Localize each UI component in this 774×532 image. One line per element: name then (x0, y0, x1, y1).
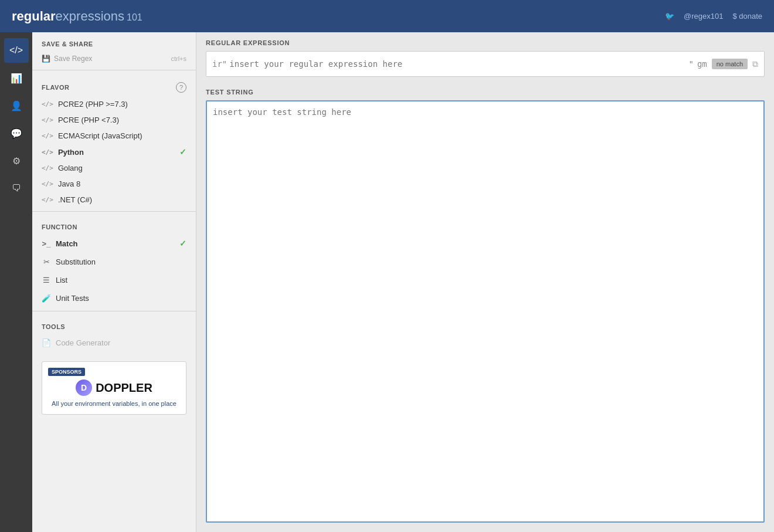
flavor-code-icon-3: </> (42, 132, 53, 140)
sponsors-badge: SPONSORS (48, 368, 85, 376)
sidebar-icon-user[interactable]: 👤 (4, 93, 29, 118)
list-icon: ☰ (42, 276, 51, 284)
python-check-icon: ✓ (179, 147, 186, 157)
flavor-label-golang: Golang (58, 164, 83, 172)
brand-regular: regular (12, 9, 56, 24)
regex-prefix: ir" (212, 59, 227, 69)
save-shortcut: ctrl+s (171, 55, 186, 62)
function-label-match: Match (56, 239, 78, 248)
flavor-label-ecma: ECMAScript (JavaScript) (58, 131, 142, 140)
regex-input[interactable] (229, 59, 688, 69)
doppler-d-icon: D (76, 379, 92, 396)
flavor-item-dotnet[interactable]: </> .NET (C#) (32, 192, 196, 208)
doppler-name: DOPPLER (96, 381, 152, 395)
brand: regular expressions101 (12, 9, 142, 24)
flavor-title: FLAVOR (42, 84, 69, 91)
save-icon: 💾 (42, 55, 50, 63)
top-nav: regular expressions101 🐦 @regex101 $ don… (0, 0, 774, 32)
sidebar-icon-chart[interactable]: 📊 (4, 66, 29, 90)
function-label-list: List (56, 276, 67, 284)
flavor-code-icon-7: </> (42, 196, 53, 204)
brand-expressions: expressions (56, 9, 124, 24)
sidebar-icon-chat[interactable]: 🗨 (4, 176, 29, 201)
donate-link[interactable]: $ donate (732, 12, 762, 21)
community-icon: 💬 (11, 128, 22, 139)
copy-icon[interactable]: ⧉ (752, 59, 758, 69)
sponsors-box: SPONSORS D DOPPLER All your environment … (42, 361, 186, 415)
match-icon: >_ (42, 239, 51, 248)
flavor-code-icon-2: </> (42, 116, 53, 124)
flavor-item-ecma[interactable]: </> ECMAScript (JavaScript) (32, 128, 196, 144)
function-label-substitution: Substitution (56, 257, 96, 266)
flavor-item-pcre[interactable]: </> PCRE (PHP <7.3) (32, 112, 196, 128)
function-item-unit-tests[interactable]: 🧪 Unit Tests (32, 289, 196, 307)
sidebar-icon-community[interactable]: 💬 (4, 121, 29, 145)
tools-label-code-generator: Code Generator (56, 338, 110, 347)
sponsors-label-row: SPONSORS (48, 368, 180, 376)
flavor-item-python[interactable]: </> Python ✓ (32, 144, 196, 160)
test-string-label: TEST STRING (206, 82, 765, 96)
regex-section-label: REGULAR EXPRESSION (206, 39, 765, 46)
tools-item-code-generator[interactable]: 📄 Code Generator (32, 334, 196, 352)
function-item-list[interactable]: ☰ List (32, 271, 196, 289)
sidebar-icon-settings[interactable]: ⚙ (4, 148, 29, 173)
twitter-link[interactable]: @regex101 (684, 12, 723, 21)
sponsors-tagline: All your environment variables, in one p… (48, 399, 180, 408)
top-nav-right: 🐦 @regex101 $ donate (665, 12, 762, 21)
flavor-label-python: Python (58, 148, 84, 157)
save-share-row: 💾 Save Regex ctrl+s (32, 51, 196, 66)
twitter-icon: 🐦 (665, 12, 674, 21)
test-string-textarea[interactable] (206, 100, 765, 523)
code-generator-icon: 📄 (42, 338, 51, 347)
code-icon: </> (9, 45, 23, 56)
icon-sidebar: </> 📊 👤 💬 ⚙ 🗨 (0, 32, 32, 532)
tools-title: TOOLS (32, 315, 196, 334)
flavor-code-icon-4: </> (42, 148, 53, 156)
save-regex-label: Save Regex (54, 55, 92, 63)
function-title: FUNCTION (32, 215, 196, 234)
regex-input-wrapper: ir" " gm no match ⧉ (206, 51, 765, 77)
flavor-header: FLAVOR ? (32, 74, 196, 96)
flavor-label-pcre2: PCRE2 (PHP >=7.3) (58, 100, 128, 109)
brand-101: 101 (127, 12, 142, 23)
test-string-section: TEST STRING (196, 82, 774, 532)
regex-flags: gm (697, 59, 707, 69)
function-item-substitution[interactable]: ✂ Substitution (32, 253, 196, 271)
flavor-item-golang[interactable]: </> Golang (32, 160, 196, 176)
flavor-item-pcre2[interactable]: </> PCRE2 (PHP >=7.3) (32, 96, 196, 112)
save-regex-button[interactable]: 💾 Save Regex (42, 55, 92, 63)
chart-icon: 📊 (11, 73, 22, 84)
flavor-code-icon: </> (42, 100, 53, 108)
main-layout: </> 📊 👤 💬 ⚙ 🗨 SAVE & SHARE 💾 Save Regex … (0, 32, 774, 532)
settings-icon: ⚙ (12, 155, 21, 167)
divider-1 (32, 70, 196, 70)
regex-suffix: " (688, 59, 693, 69)
right-panel: REGULAR EXPRESSION ir" " gm no match ⧉ T… (196, 32, 774, 532)
match-check-icon: ✓ (179, 239, 186, 248)
no-match-badge: no match (712, 59, 748, 69)
flavor-code-icon-5: </> (42, 164, 53, 172)
doppler-logo: D DOPPLER (48, 379, 180, 396)
unit-tests-icon: 🧪 (42, 294, 51, 303)
save-share-title: SAVE & SHARE (32, 32, 196, 51)
flavor-label-java8: Java 8 (58, 179, 80, 188)
flavor-help-icon[interactable]: ? (176, 82, 186, 93)
flavor-label-pcre: PCRE (PHP <7.3) (58, 116, 119, 124)
regex-section: REGULAR EXPRESSION ir" " gm no match ⧉ (196, 32, 774, 82)
chat-icon: 🗨 (12, 183, 21, 194)
user-icon: 👤 (11, 100, 22, 111)
function-item-match[interactable]: >_ Match ✓ (32, 234, 196, 253)
left-panel: SAVE & SHARE 💾 Save Regex ctrl+s FLAVOR … (32, 32, 196, 532)
flavor-label-dotnet: .NET (C#) (58, 195, 92, 204)
sidebar-icon-code[interactable]: </> (4, 38, 29, 63)
substitution-icon: ✂ (42, 257, 51, 266)
flavor-item-java8[interactable]: </> Java 8 (32, 176, 196, 192)
divider-2 (32, 211, 196, 212)
function-label-unit-tests: Unit Tests (56, 294, 89, 303)
flavor-code-icon-6: </> (42, 180, 53, 188)
divider-3 (32, 311, 196, 311)
